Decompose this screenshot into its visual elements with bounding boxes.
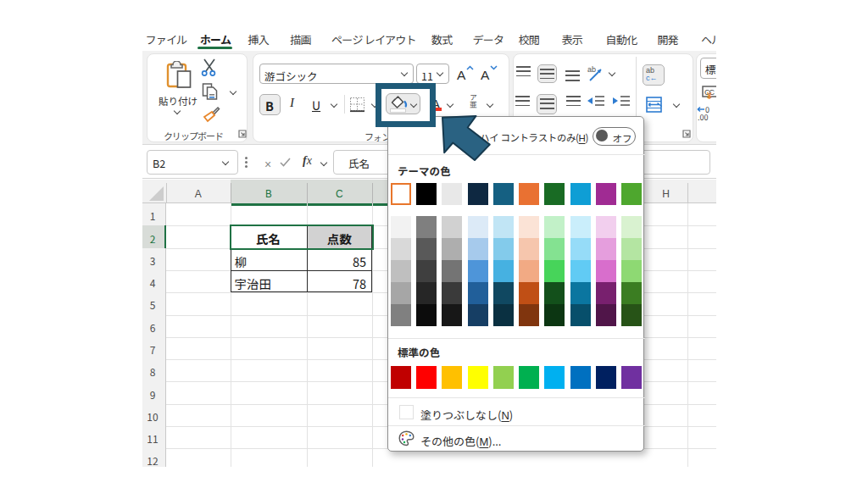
- svg-text:¥: ¥: [707, 89, 712, 100]
- svg-text:.00: .00: [698, 112, 709, 122]
- svg-text:ab: ab: [587, 64, 596, 75]
